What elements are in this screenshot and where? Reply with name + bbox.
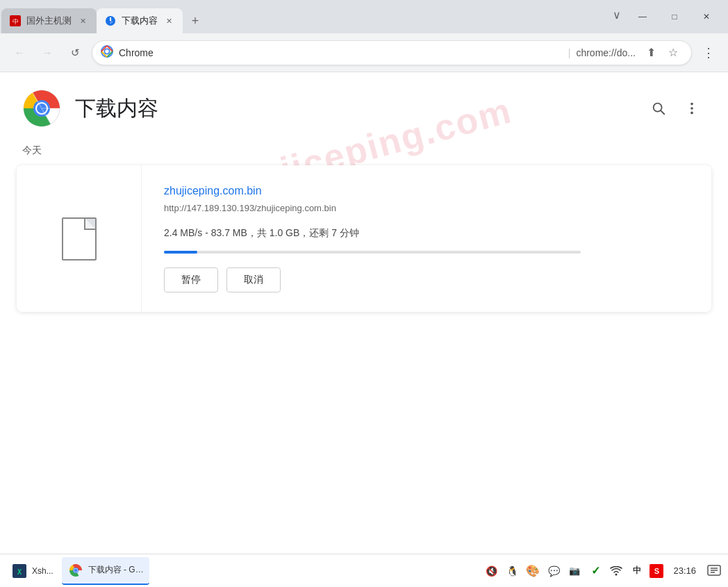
svg-point-23 (74, 568, 77, 572)
reload-button[interactable]: ↺ (64, 42, 86, 64)
svg-text:X: X (17, 568, 22, 576)
xshell-icon: X (11, 563, 28, 579)
tray-wechat-icon[interactable]: 💬 (545, 563, 562, 579)
tab-1[interactable]: 中 国外主机测 ✕ (1, 8, 97, 33)
new-tab-button[interactable]: + (185, 11, 205, 31)
pause-button[interactable]: 暂停 (164, 267, 218, 292)
taskbar-item-chrome[interactable]: 下载内容 - Google ... (62, 557, 149, 585)
page-title: 下载内容 (75, 94, 645, 123)
page-header: 下载内容 (0, 72, 728, 139)
share-button[interactable]: ⬆ (641, 43, 661, 63)
file-icon (62, 217, 97, 261)
svg-text:↓: ↓ (109, 19, 112, 25)
file-icon-area (17, 165, 142, 312)
navigation-bar: ← → ↺ Chrome | chrome://do... ⬆ ☆ ⋮ (0, 33, 728, 72)
section-today: 今天 (0, 139, 728, 165)
xshell-label: Xsh... (32, 566, 53, 576)
tray-color-icon[interactable]: 🎨 (524, 563, 541, 579)
svg-point-17 (690, 107, 693, 110)
download-url: http://147.189.130.193/zhujiceping.com.b… (164, 203, 689, 213)
more-button[interactable] (678, 94, 706, 122)
back-button[interactable]: ← (8, 42, 31, 64)
tab-strip: 中 国外主机测 ✕ ↓ 下载内容 ✕ + (0, 0, 205, 33)
chrome-taskbar-label: 下载内容 - Google ... (88, 564, 144, 576)
svg-point-16 (690, 103, 693, 106)
header-actions (645, 94, 706, 122)
tab1-label: 国外主机测 (26, 15, 72, 27)
tray-notification-icon[interactable] (706, 563, 722, 579)
tab1-close[interactable]: ✕ (77, 15, 88, 26)
tray-camera-icon[interactable]: 📷 (566, 563, 583, 579)
window-controls: ∨ — □ ✕ (602, 0, 728, 33)
page-content: zhujiceping.com 下载内容 (0, 72, 728, 554)
tray-check-icon[interactable]: ✓ (587, 563, 604, 579)
bookmark-button[interactable]: ☆ (663, 43, 683, 63)
tray-lang-icon[interactable]: 中 (629, 563, 645, 579)
download-stats: 2.4 MB/s - 83.7 MB，共 1.0 GB，还剩 7 分钟 (164, 227, 689, 240)
svg-line-15 (661, 110, 664, 114)
download-actions: 暂停 取消 (164, 267, 689, 292)
address-url: chrome://do... (576, 47, 636, 58)
cancel-button[interactable]: 取消 (226, 267, 281, 292)
title-bar: 中 国外主机测 ✕ ↓ 下载内容 ✕ + ∨ — (0, 0, 728, 33)
forward-button[interactable]: → (36, 42, 58, 64)
tab1-favicon: 中 (10, 15, 21, 26)
chrome-menu-button[interactable]: ⋮ (697, 42, 720, 64)
tray-wifi-icon[interactable] (608, 563, 624, 579)
chrome-taskbar-icon (67, 562, 84, 579)
close-button[interactable]: ✕ (690, 6, 722, 28)
download-info: zhujiceping.com.bin http://147.189.130.1… (142, 165, 711, 312)
tab2-favicon: ↓ (105, 15, 116, 26)
svg-point-18 (690, 112, 693, 115)
maximize-button[interactable]: □ (659, 6, 690, 28)
tray-sougou-icon[interactable]: S (650, 564, 663, 578)
system-tray: 🔇 🐧 🎨 💬 📷 ✓ 中 S 23:16 (483, 563, 722, 579)
taskbar-item-xshell[interactable]: X Xsh... (6, 557, 59, 585)
svg-point-9 (105, 49, 108, 53)
tab2-label: 下载内容 (122, 15, 158, 27)
download-card: zhujiceping.com.bin http://147.189.130.1… (17, 165, 711, 312)
chrome-logo-icon (22, 89, 61, 128)
tray-mute-icon[interactable]: 🔇 (483, 563, 499, 579)
address-favicon (101, 45, 113, 60)
progress-bar (164, 251, 197, 254)
svg-text:中: 中 (13, 18, 19, 25)
tray-qq-icon[interactable]: 🐧 (504, 563, 520, 579)
taskbar: X Xsh... 下载内容 - Google ... 🔇 🐧 🎨 💬 📷 ✓ (0, 554, 728, 587)
search-button[interactable] (645, 94, 672, 122)
progress-bar-container (164, 251, 581, 254)
address-bar[interactable]: Chrome | chrome://do... ⬆ ☆ (92, 40, 692, 65)
system-clock[interactable]: 23:16 (668, 565, 702, 576)
tab2-close[interactable]: ✕ (163, 15, 174, 26)
minimize-button[interactable]: — (627, 6, 659, 28)
tab-list-button[interactable]: ∨ (607, 5, 627, 24)
address-brand: Chrome (119, 47, 563, 58)
tab-2[interactable]: ↓ 下载内容 ✕ (97, 8, 183, 33)
download-filename[interactable]: zhujiceping.com.bin (164, 185, 689, 197)
